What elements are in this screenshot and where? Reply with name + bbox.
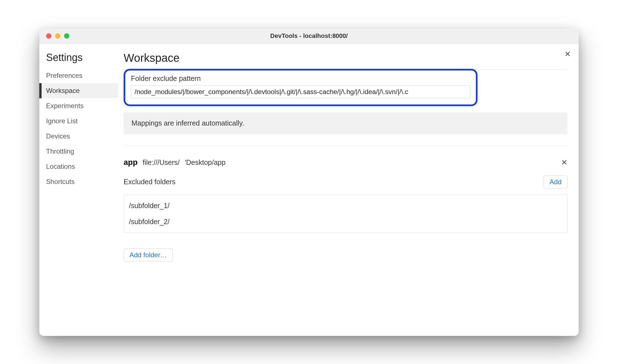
sidebar-item-ignore-list[interactable]: Ignore List bbox=[39, 113, 118, 129]
titlebar: DevTools - localhost:8000/ bbox=[39, 28, 579, 44]
add-folder-button[interactable]: Add folder… bbox=[124, 249, 173, 261]
window-title: DevTools - localhost:8000/ bbox=[270, 32, 348, 40]
sidebar-item-workspace[interactable]: Workspace bbox=[39, 83, 118, 98]
excluded-folders-header: Excluded folders Add bbox=[124, 176, 567, 188]
settings-heading: Settings bbox=[39, 52, 118, 68]
folder-name: app bbox=[124, 158, 138, 167]
folder-path-suffix: 'Desktop/app bbox=[185, 158, 226, 167]
window-zoom-button[interactable] bbox=[64, 33, 69, 38]
exclude-pattern-section: Folder exclude pattern bbox=[124, 69, 478, 106]
sidebar: Settings Preferences Workspace Experimen… bbox=[39, 44, 118, 336]
window: DevTools - localhost:8000/ ✕ Settings Pr… bbox=[39, 28, 579, 336]
excluded-folders-list: /subfolder_1/ /subfolder_2/ bbox=[124, 195, 567, 233]
exclude-pattern-label: Folder exclude pattern bbox=[131, 74, 470, 83]
sidebar-item-throttling[interactable]: Throttling bbox=[39, 144, 118, 159]
content: ✕ Settings Preferences Workspace Experim… bbox=[39, 44, 579, 336]
close-icon[interactable]: ✕ bbox=[564, 49, 571, 59]
window-minimize-button[interactable] bbox=[55, 33, 60, 38]
exclude-pattern-input[interactable] bbox=[131, 85, 470, 98]
sidebar-item-shortcuts[interactable]: Shortcuts bbox=[39, 174, 118, 189]
sidebar-item-devices[interactable]: Devices bbox=[39, 129, 118, 144]
window-close-button[interactable] bbox=[46, 33, 51, 38]
traffic-lights bbox=[46, 33, 69, 38]
remove-folder-icon[interactable]: ✕ bbox=[561, 158, 567, 167]
section-divider bbox=[124, 146, 567, 146]
folder-path-prefix: file:///Users/ bbox=[143, 158, 180, 167]
main-panel: Workspace Folder exclude pattern Mapping… bbox=[118, 44, 579, 336]
list-item[interactable]: /subfolder_1/ bbox=[124, 198, 567, 214]
page-title: Workspace bbox=[124, 52, 567, 64]
sidebar-item-experiments[interactable]: Experiments bbox=[39, 98, 118, 113]
list-item[interactable]: /subfolder_2/ bbox=[124, 214, 567, 230]
excluded-folders-label: Excluded folders bbox=[124, 178, 176, 186]
info-box: Mappings are inferred automatically. bbox=[124, 112, 567, 134]
add-excluded-button[interactable]: Add bbox=[544, 176, 567, 188]
add-folder-area: Add folder… bbox=[124, 249, 567, 261]
folder-row: app file:///Users/ 'Desktop/app ✕ bbox=[124, 158, 567, 167]
sidebar-item-locations[interactable]: Locations bbox=[39, 159, 118, 174]
sidebar-item-preferences[interactable]: Preferences bbox=[39, 68, 118, 83]
